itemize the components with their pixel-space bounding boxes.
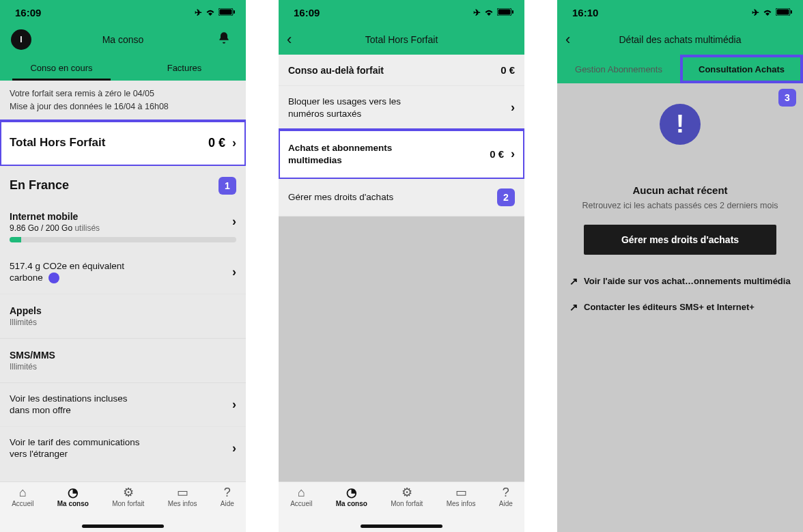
battery-icon [497,8,513,18]
empty-title: Aucun achat récent [582,184,778,196]
step-badge-2: 2 [497,188,515,206]
tab-conso-en-cours[interactable]: Conso en cours [0,55,123,81]
subtab-consultation-achats[interactable]: Consultation Achats [680,55,803,83]
svg-rect-1 [234,10,235,14]
chevron-right-icon: › [232,214,236,229]
total-label: Total Hors Forfait [10,136,208,150]
status-icons: ✈ [752,8,792,18]
status-time: 16:10 [572,7,598,18]
home-icon: ⌂ [19,486,27,499]
svg-rect-5 [498,9,511,14]
wifi-icon [483,8,494,18]
total-value: 0 € [208,136,225,150]
empty-sub: Retrouvez ici les achats passés ces 2 de… [582,200,778,212]
tab-aide[interactable]: ?Aide [221,486,234,507]
step-badge-3: 3 [778,89,796,107]
external-link-icon: ↗ [569,301,578,313]
bell-icon[interactable] [217,31,231,48]
battery-icon [776,8,792,18]
row-gerer-droits[interactable]: Gérer mes droits d'achats 2 [279,179,524,216]
manage-rights-button[interactable]: Gérer mes droits d'achats [584,225,776,255]
sliders-icon: ⚙ [402,486,412,499]
help-icon: ? [503,486,509,499]
internet-usage: 9.86 Go / 200 Go utilisés [10,223,232,233]
back-button[interactable]: ‹ [565,31,570,48]
page-title: Total Hors Forfait [365,34,438,45]
header: ‹ Détail des achats multimédia [557,25,803,55]
back-button[interactable]: ‹ [287,31,292,48]
row-appels: Appels Illimités [0,294,246,339]
row-conso-au-dela: Conso au-delà forfait 0 € [279,55,524,86]
row-internet-mobile[interactable]: Internet mobile 9.86 Go / 200 Go utilisé… [0,201,246,237]
status-icons: ✈ [473,8,513,18]
status-bar: 16:09 ✈ [0,0,246,25]
sliders-icon: ⚙ [123,486,134,499]
tab-mes-infos[interactable]: ▭Mes infos [168,486,197,507]
svg-rect-8 [777,9,789,14]
exclamation-icon: ! [660,104,701,145]
chevron-right-icon: › [232,136,236,150]
link-aide-achats[interactable]: ↗ Voir l'aide sur vos achat…onnements mu… [557,268,803,294]
gauge-icon: ◔ [346,486,357,499]
wifi-icon [762,8,773,18]
status-bar: 16:09 ✈ [279,0,524,25]
status-icons: ✈ [195,8,235,18]
external-link-icon: ↗ [569,275,578,288]
tab-accueil[interactable]: ⌂Accueil [290,486,312,507]
subtabs: Gestion Abonnements Consultation Achats [557,55,803,83]
svg-rect-7 [791,10,792,14]
chevron-right-icon: › [232,265,236,279]
help-icon: ? [224,486,231,499]
reset-banner: Votre forfait sera remis à zéro le 04/05… [0,81,246,121]
carbon-badge-icon [48,272,59,283]
airplane-icon: ✈ [195,8,202,18]
header: I Ma conso [0,25,246,55]
home-icon: ⌂ [298,486,305,499]
chevron-right-icon: › [511,100,515,115]
gauge-icon: ◔ [68,486,79,499]
row-achats-multimedia[interactable]: Achats et abonnements multimedias 0 € › [279,130,524,179]
row-carbon[interactable]: 517.4 g CO2e en équivalent carbone › [0,251,246,294]
row-tarif-etranger[interactable]: Voir le tarif des communications vers l'… [0,427,246,470]
step-badge-1: 1 [219,177,236,195]
row-bloquer-surtaxes[interactable]: Bloquer les usages vers les numéros surt… [279,86,524,130]
bottom-tabbar: ⌂Accueil ◔Ma conso ⚙Mon forfait ▭Mes inf… [279,481,524,532]
page-title: Détail des achats multimédia [619,34,742,45]
home-indicator [82,524,164,528]
bottom-tabbar: ⌂Accueil ◔Ma conso ⚙Mon forfait ▭Mes inf… [0,481,246,532]
home-indicator [361,524,442,528]
primary-tabs: Conso en cours Factures [0,55,246,81]
svg-rect-4 [512,10,513,14]
row-destinations[interactable]: Voir les destinations incluses dans mon … [0,383,246,427]
tab-mon-forfait[interactable]: ⚙Mon forfait [391,486,423,507]
section-en-france: En France 1 [0,166,246,201]
svg-rect-2 [220,9,232,14]
tab-factures[interactable]: Factures [123,55,246,81]
internet-progress [0,237,246,251]
row-sms: SMS/MMS Illimités [0,339,246,383]
status-time: 16:09 [294,7,320,18]
row-total-hors-forfait[interactable]: Total Hors Forfait 0 € › [0,121,246,166]
tab-mon-forfait[interactable]: ⚙Mon forfait [112,486,144,507]
airplane-icon: ✈ [752,8,759,18]
tab-ma-conso[interactable]: ◔Ma conso [336,486,367,507]
subtab-gestion-abonnements[interactable]: Gestion Abonnements [557,55,680,83]
tab-ma-conso[interactable]: ◔Ma conso [57,486,89,507]
link-contacter-editeurs[interactable]: ↗ Contacter les éditeurs SMS+ et Interne… [557,294,803,320]
page-title: Ma conso [102,34,144,45]
wifi-icon [205,8,216,18]
card-icon: ▭ [177,486,188,499]
avatar[interactable]: I [11,29,31,50]
chevron-right-icon: › [232,441,236,456]
tab-aide[interactable]: ?Aide [499,486,513,507]
screen-total-hors-forfait: 16:09 ✈ ‹ Total Hors Forfait Conso au-de… [279,0,524,532]
tab-mes-infos[interactable]: ▭Mes infos [447,486,476,507]
battery-icon [219,8,235,18]
header: ‹ Total Hors Forfait [279,25,524,55]
airplane-icon: ✈ [473,8,481,18]
tab-accueil[interactable]: ⌂Accueil [12,486,33,507]
screen-ma-conso: 16:09 ✈ I Ma conso Conso en cours Factur… [0,0,246,532]
chevron-right-icon: › [232,397,236,412]
chevron-right-icon: › [511,147,515,161]
empty-state: ! Aucun achat récent Retrouvez ici les a… [557,83,803,268]
